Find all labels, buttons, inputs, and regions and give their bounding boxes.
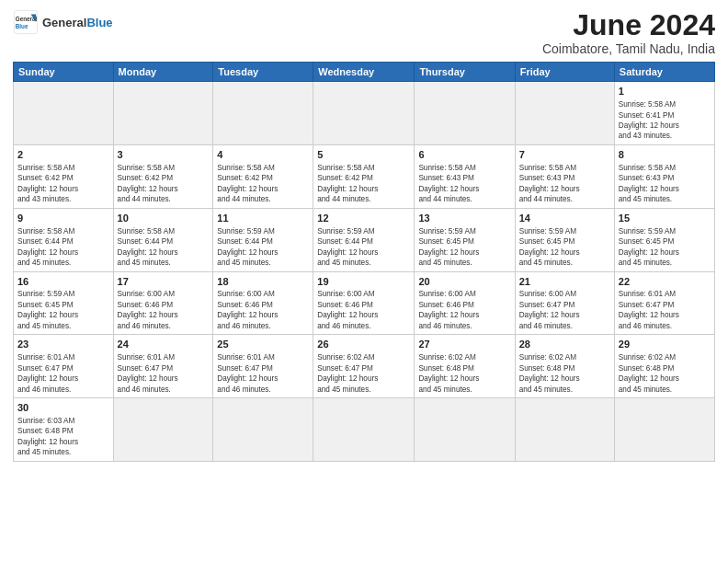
day-number: 8 — [619, 148, 711, 162]
day-info: Sunrise: 5:58 AM Sunset: 6:41 PM Dayligh… — [619, 99, 711, 142]
calendar-cell: 27Sunrise: 6:02 AM Sunset: 6:48 PM Dayli… — [415, 335, 515, 398]
day-number: 11 — [217, 212, 309, 225]
calendar-cell — [415, 398, 515, 462]
calendar-cell: 3Sunrise: 5:58 AM Sunset: 6:42 PM Daylig… — [113, 144, 213, 208]
col-thursday: Thursday — [415, 63, 515, 82]
day-number: 4 — [217, 148, 309, 162]
col-sunday: Sunday — [14, 63, 114, 82]
day-info: Sunrise: 5:59 AM Sunset: 6:45 PM Dayligh… — [418, 226, 510, 269]
calendar-cell: 9Sunrise: 5:58 AM Sunset: 6:44 PM Daylig… — [14, 208, 114, 271]
calendar-cell: 14Sunrise: 5:59 AM Sunset: 6:45 PM Dayli… — [515, 208, 614, 271]
calendar-cell: 24Sunrise: 6:01 AM Sunset: 6:47 PM Dayli… — [113, 335, 213, 398]
day-info: Sunrise: 5:58 AM Sunset: 6:43 PM Dayligh… — [418, 163, 510, 205]
month-title: June 2024 — [542, 9, 715, 41]
calendar-cell: 28Sunrise: 6:02 AM Sunset: 6:48 PM Dayli… — [515, 335, 614, 398]
calendar-week-row: 30Sunrise: 6:03 AM Sunset: 6:48 PM Dayli… — [14, 398, 715, 462]
calendar-cell: 6Sunrise: 5:58 AM Sunset: 6:43 PM Daylig… — [415, 144, 515, 208]
day-number: 10 — [118, 212, 210, 225]
day-number: 14 — [519, 212, 610, 225]
day-info: Sunrise: 5:59 AM Sunset: 6:45 PM Dayligh… — [519, 226, 610, 269]
calendar-cell: 1Sunrise: 5:58 AM Sunset: 6:41 PM Daylig… — [614, 82, 714, 145]
col-saturday: Saturday — [614, 63, 714, 82]
calendar-cell — [614, 398, 714, 462]
day-number: 2 — [17, 148, 109, 162]
day-number: 9 — [17, 212, 109, 225]
calendar-week-row: 1Sunrise: 5:58 AM Sunset: 6:41 PM Daylig… — [14, 82, 715, 145]
calendar-cell: 12Sunrise: 5:59 AM Sunset: 6:44 PM Dayli… — [313, 208, 415, 271]
day-number: 5 — [317, 148, 410, 162]
day-info: Sunrise: 5:58 AM Sunset: 6:42 PM Dayligh… — [317, 163, 410, 205]
day-number: 12 — [317, 212, 410, 225]
calendar-cell — [515, 82, 614, 145]
calendar-cell — [113, 398, 213, 462]
calendar-cell: 15Sunrise: 5:59 AM Sunset: 6:45 PM Dayli… — [614, 208, 714, 271]
calendar-cell: 26Sunrise: 6:02 AM Sunset: 6:47 PM Dayli… — [313, 335, 415, 398]
day-number: 19 — [317, 275, 410, 289]
day-info: Sunrise: 6:00 AM Sunset: 6:46 PM Dayligh… — [217, 289, 309, 331]
calendar-cell — [213, 398, 313, 462]
calendar-cell: 4Sunrise: 5:58 AM Sunset: 6:42 PM Daylig… — [213, 144, 313, 208]
svg-text:Blue: Blue — [16, 23, 28, 29]
calendar-cell: 2Sunrise: 5:58 AM Sunset: 6:42 PM Daylig… — [14, 144, 114, 208]
day-info: Sunrise: 5:59 AM Sunset: 6:45 PM Dayligh… — [17, 289, 109, 331]
day-number: 25 — [217, 338, 309, 351]
day-info: Sunrise: 6:01 AM Sunset: 6:47 PM Dayligh… — [619, 289, 711, 331]
calendar-cell: 10Sunrise: 5:58 AM Sunset: 6:44 PM Dayli… — [113, 208, 213, 271]
day-number: 28 — [519, 338, 610, 351]
calendar-cell — [313, 82, 415, 145]
day-info: Sunrise: 6:00 AM Sunset: 6:46 PM Dayligh… — [317, 289, 410, 331]
day-number: 18 — [217, 275, 309, 289]
day-number: 24 — [118, 338, 210, 351]
day-number: 20 — [418, 275, 510, 289]
logo-general-text: GeneralBlue — [42, 16, 113, 29]
col-tuesday: Tuesday — [213, 63, 313, 82]
day-info: Sunrise: 6:03 AM Sunset: 6:48 PM Dayligh… — [17, 416, 109, 458]
title-area: June 2024 Coimbatore, Tamil Nadu, India — [542, 9, 715, 56]
page: General Blue GeneralBlue June 2024 Coimb… — [0, 0, 728, 467]
calendar-cell: 30Sunrise: 6:03 AM Sunset: 6:48 PM Dayli… — [14, 398, 114, 462]
col-friday: Friday — [515, 63, 614, 82]
day-number: 13 — [418, 212, 510, 225]
day-info: Sunrise: 6:02 AM Sunset: 6:48 PM Dayligh… — [418, 352, 510, 395]
calendar-cell — [213, 82, 313, 145]
calendar-cell: 29Sunrise: 6:02 AM Sunset: 6:48 PM Dayli… — [614, 335, 714, 398]
calendar-cell — [113, 82, 213, 145]
calendar-cell: 19Sunrise: 6:00 AM Sunset: 6:46 PM Dayli… — [313, 271, 415, 335]
day-number: 22 — [619, 275, 711, 289]
day-info: Sunrise: 5:59 AM Sunset: 6:44 PM Dayligh… — [217, 226, 309, 269]
calendar-cell: 11Sunrise: 5:59 AM Sunset: 6:44 PM Dayli… — [213, 208, 313, 271]
calendar-header-row: Sunday Monday Tuesday Wednesday Thursday… — [14, 63, 715, 82]
day-info: Sunrise: 6:00 AM Sunset: 6:47 PM Dayligh… — [519, 289, 610, 331]
header: General Blue GeneralBlue June 2024 Coimb… — [13, 9, 715, 56]
day-number: 29 — [619, 338, 711, 351]
calendar-cell: 20Sunrise: 6:00 AM Sunset: 6:46 PM Dayli… — [415, 271, 515, 335]
day-info: Sunrise: 6:02 AM Sunset: 6:48 PM Dayligh… — [619, 352, 711, 395]
col-wednesday: Wednesday — [313, 63, 415, 82]
calendar-cell — [313, 398, 415, 462]
day-info: Sunrise: 5:58 AM Sunset: 6:44 PM Dayligh… — [118, 226, 210, 269]
svg-rect-0 — [14, 10, 37, 33]
day-info: Sunrise: 5:58 AM Sunset: 6:42 PM Dayligh… — [217, 163, 309, 205]
day-info: Sunrise: 5:59 AM Sunset: 6:45 PM Dayligh… — [619, 226, 711, 269]
day-number: 23 — [17, 338, 109, 351]
calendar-cell: 18Sunrise: 6:00 AM Sunset: 6:46 PM Dayli… — [213, 271, 313, 335]
day-info: Sunrise: 5:58 AM Sunset: 6:44 PM Dayligh… — [17, 226, 109, 269]
day-number: 17 — [118, 275, 210, 289]
calendar-cell: 13Sunrise: 5:59 AM Sunset: 6:45 PM Dayli… — [415, 208, 515, 271]
calendar-week-row: 9Sunrise: 5:58 AM Sunset: 6:44 PM Daylig… — [14, 208, 715, 271]
day-info: Sunrise: 6:00 AM Sunset: 6:46 PM Dayligh… — [418, 289, 510, 331]
day-number: 1 — [619, 85, 711, 98]
calendar-cell: 25Sunrise: 6:01 AM Sunset: 6:47 PM Dayli… — [213, 335, 313, 398]
day-number: 16 — [17, 275, 109, 289]
calendar-cell — [14, 82, 114, 145]
day-number: 21 — [519, 275, 610, 289]
calendar-week-row: 2Sunrise: 5:58 AM Sunset: 6:42 PM Daylig… — [14, 144, 715, 208]
calendar-cell: 17Sunrise: 6:00 AM Sunset: 6:46 PM Dayli… — [113, 271, 213, 335]
calendar-cell — [515, 398, 614, 462]
day-info: Sunrise: 6:01 AM Sunset: 6:47 PM Dayligh… — [217, 352, 309, 395]
day-info: Sunrise: 5:58 AM Sunset: 6:43 PM Dayligh… — [519, 163, 610, 205]
calendar-week-row: 23Sunrise: 6:01 AM Sunset: 6:47 PM Dayli… — [14, 335, 715, 398]
day-number: 26 — [317, 338, 410, 351]
day-info: Sunrise: 6:02 AM Sunset: 6:48 PM Dayligh… — [519, 352, 610, 395]
calendar-table: Sunday Monday Tuesday Wednesday Thursday… — [13, 62, 715, 462]
